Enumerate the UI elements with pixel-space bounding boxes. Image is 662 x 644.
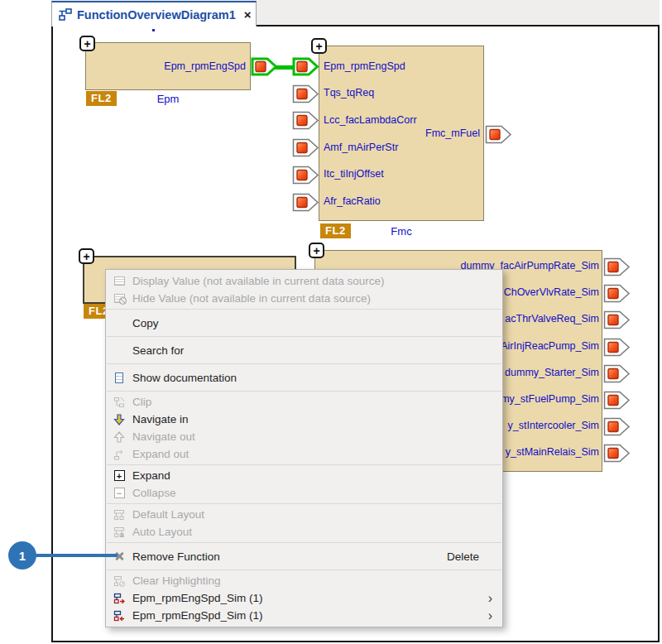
clip-icon — [106, 396, 132, 408]
expand-button-epm[interactable]: + — [79, 36, 95, 51]
menu-item-show-documentation[interactable]: Show documentation — [106, 366, 502, 389]
submenu-chevron-icon: › — [488, 592, 492, 605]
port-fmc-in[interactable] — [292, 138, 319, 157]
menu-item-clip: Clip — [106, 393, 502, 411]
port-sim-out[interactable] — [603, 391, 631, 410]
callout-step-badge: 1 — [8, 541, 36, 570]
menu-separator — [107, 464, 501, 465]
expand-icon: + — [114, 470, 125, 481]
port-fmc-in[interactable] — [292, 84, 319, 103]
port-fmc-out[interactable] — [485, 125, 512, 144]
menu-item-copy[interactable]: Copy — [106, 311, 502, 334]
port-sim-out[interactable] — [603, 310, 631, 329]
port-fmc-in[interactable] — [292, 111, 319, 130]
svg-text:A: A — [120, 532, 124, 538]
port-label: Fmc_mFuel — [425, 127, 480, 139]
submenu-chevron-icon: › — [488, 609, 492, 622]
port-label: Tqs_tqReq — [324, 87, 374, 99]
navigate-in-icon — [106, 414, 132, 425]
menu-separator — [107, 391, 501, 392]
port-label: ChOverVlvRate_Sim — [504, 286, 599, 298]
menu-item-display-value: Display Value (not available in current … — [106, 272, 502, 290]
clear-highlighting-icon — [106, 575, 132, 587]
menu-item-expand-out: Expand out — [106, 445, 502, 463]
navigate-out-icon — [106, 431, 132, 443]
menu-item-highlight-sources[interactable]: Epm_rpmEngSpd_Sim (1) › — [106, 589, 502, 607]
port-sim-out[interactable] — [603, 338, 631, 357]
menu-item-navigate-out: Navigate out — [106, 428, 502, 445]
menu-separator — [107, 570, 501, 570]
menu-shortcut-delete: Delete — [447, 550, 479, 563]
document-icon — [115, 372, 123, 383]
highlight-sources-icon — [106, 593, 132, 604]
menu-item-clear-highlighting: Clear Highlighting — [106, 572, 502, 589]
menu-item-collapse: − Collapse — [106, 484, 502, 502]
port-sim-out[interactable] — [603, 284, 631, 303]
expand-button-selected-block[interactable]: + — [79, 248, 94, 264]
port-label: Epm_rpmEngSpd — [164, 60, 246, 72]
connection-epm-fmc[interactable] — [275, 65, 294, 70]
port-label: my_stFuelPump_Sim — [501, 393, 599, 405]
stray-selection-dot — [152, 29, 155, 31]
expand-out-icon — [106, 449, 132, 460]
port-label: Afr_facRatio — [324, 195, 381, 207]
port-label: AirInjReacPump_Sim — [501, 340, 599, 352]
menu-item-auto-layout: A Auto Layout — [106, 523, 502, 541]
context-menu: Display Value (not available in current … — [105, 269, 503, 627]
expand-button-sim-block[interactable]: + — [309, 243, 324, 258]
hide-value-icon — [114, 294, 125, 303]
default-layout-icon — [106, 509, 132, 521]
tab-close-icon[interactable]: × — [244, 7, 252, 22]
port-label: Itc_tiInjOffset — [324, 168, 384, 180]
menu-item-hide-value: Hide Value (not available in current dat… — [106, 290, 502, 307]
auto-layout-icon: A — [106, 526, 132, 538]
menu-separator — [107, 503, 501, 504]
highlight-targets-icon — [106, 610, 132, 622]
menu-item-search-for[interactable]: Search for — [106, 339, 502, 362]
port-label: y_stIntercooler_Sim — [508, 420, 599, 431]
menu-item-highlight-targets[interactable]: Epm_rpmEngSpd_Sim (1) › — [106, 607, 502, 624]
port-sim-out[interactable] — [603, 257, 631, 276]
display-value-icon — [114, 276, 125, 286]
tab-function-overview-diagram[interactable]: FunctionOverviewDiagram1 × — [51, 1, 257, 26]
block-name-epm: Epm — [85, 93, 251, 105]
port-sim-out[interactable] — [603, 417, 631, 436]
port-label: Lcc_facLambdaCorr — [324, 114, 417, 126]
port-fmc-in-highlighted[interactable] — [292, 57, 319, 76]
port-fmc-in[interactable] — [292, 193, 319, 212]
port-label: Amf_mAirPerStr — [324, 142, 398, 153]
block-name-fmc: Fmc — [319, 225, 484, 238]
port-label: acThrValveReq_Sim — [505, 313, 599, 324]
menu-separator — [107, 336, 501, 337]
menu-item-expand[interactable]: + Expand — [106, 467, 502, 484]
port-label: y_stMainRelais_Sim — [506, 446, 599, 458]
port-sim-out[interactable] — [603, 364, 631, 383]
collapse-icon: − — [114, 488, 125, 498]
port-sim-out[interactable] — [603, 444, 631, 463]
menu-separator — [107, 542, 501, 543]
expand-button-fmc[interactable]: + — [311, 38, 327, 54]
port-label: Epm_rpmEngSpd — [324, 60, 405, 72]
port-fmc-in[interactable] — [292, 166, 319, 185]
menu-item-remove-function[interactable]: Remove Function Delete — [106, 545, 502, 568]
diagram-tab-icon — [59, 8, 72, 21]
port-label: dummy_Starter_Sim — [505, 367, 599, 378]
menu-separator — [107, 363, 501, 364]
menu-item-default-layout: Default Layout — [106, 506, 502, 523]
callout-line — [36, 554, 118, 557]
menu-item-navigate-in[interactable]: Navigate in — [106, 411, 502, 428]
menu-separator — [107, 309, 501, 310]
tab-title: FunctionOverviewDiagram1 — [77, 8, 236, 22]
